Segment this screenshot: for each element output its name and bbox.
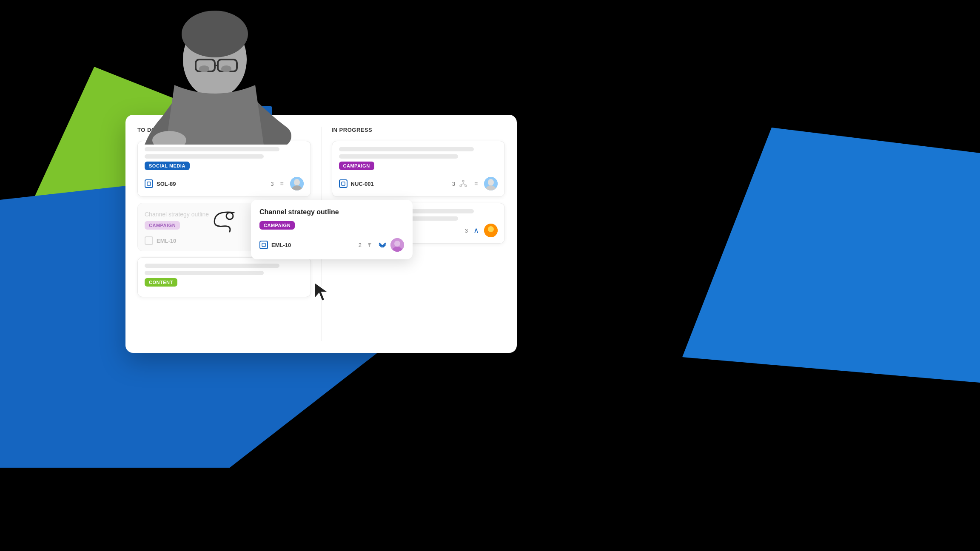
svg-line-18 (461, 184, 463, 185)
person-figure (119, 0, 311, 145)
svg-rect-26 (262, 243, 265, 247)
task-row-sol89: SOL-89 3 ≡ (145, 177, 304, 190)
avatar-sol89 (290, 177, 304, 190)
svg-point-33 (226, 213, 233, 219)
content-tag: CONTENT (145, 278, 177, 287)
content-card[interactable]: CONTENT (137, 257, 311, 297)
svg-point-15 (460, 185, 462, 187)
count-nuc001: 3 (452, 181, 455, 187)
popup-campaign-tag: CAMPAIGN (259, 221, 295, 230)
count-sol89: 3 (271, 181, 273, 187)
channel-strategy-popup: Channel strategy outline CAMPAIGN EML-10… (251, 200, 413, 259)
svg-point-8 (221, 65, 231, 72)
popup-task-row: EML-10 2 (259, 238, 404, 252)
svg-rect-13 (342, 182, 345, 185)
task-icon-sol89 (145, 179, 153, 188)
task-row-nuc001: NUC-001 3 ≡ (339, 177, 498, 190)
social-media-card[interactable]: SOCIAL MEDIA SOL-89 3 ≡ (137, 141, 311, 197)
menu-icon-nuc: ≡ (471, 179, 481, 188)
svg-point-11 (294, 179, 300, 186)
popup-task-id: EML-10 (271, 242, 355, 248)
campaign-tag-ghost: CAMPAIGN (145, 221, 180, 230)
skeleton-line (145, 271, 264, 275)
popup-sort-icon (365, 240, 374, 250)
swirl-decoration (208, 208, 242, 234)
svg-point-16 (465, 185, 467, 187)
cursor-arrow (313, 281, 330, 302)
count-inprogress2: 3 (465, 227, 468, 234)
svg-point-21 (488, 179, 494, 186)
task-id-nuc001: NUC-001 (351, 181, 449, 187)
popup-task-icon (259, 241, 268, 249)
menu-icon: ≡ (277, 179, 287, 188)
svg-rect-9 (147, 182, 151, 185)
svg-line-19 (463, 184, 466, 185)
svg-marker-34 (315, 283, 328, 301)
chevron-up-icon: ∧ (471, 226, 481, 235)
svg-point-7 (199, 65, 209, 72)
nuc001-card[interactable]: CAMPAIGN NUC-001 3 (332, 141, 505, 197)
inprogress-header: IN PROGRESS (332, 127, 505, 133)
svg-point-24 (488, 226, 494, 232)
avatar-nuc001 (484, 177, 498, 190)
task-icon-nuc001 (339, 179, 348, 188)
social-media-tag: SOCIAL MEDIA (145, 162, 190, 170)
skeleton-line (145, 264, 279, 268)
task-icon-eml10-ghost (145, 236, 153, 245)
tree-icon (459, 179, 468, 188)
svg-point-14 (462, 180, 464, 182)
popup-avatar (390, 238, 404, 252)
skeleton-line (339, 147, 474, 151)
task-id-sol89: SOL-89 (157, 181, 267, 187)
skeleton-line (145, 154, 264, 159)
popup-count: 2 (359, 242, 362, 248)
campaign-tag-nuc: CAMPAIGN (339, 162, 374, 170)
skeleton-line (339, 154, 458, 159)
popup-title: Channel strategy outline (259, 208, 404, 216)
popup-chevron-down-icon (378, 240, 387, 250)
svg-point-2 (182, 11, 248, 57)
skeleton-line (145, 147, 279, 151)
svg-point-31 (394, 241, 400, 247)
avatar-inprogress2 (484, 224, 498, 237)
blue-bg-shape-right (682, 128, 980, 383)
